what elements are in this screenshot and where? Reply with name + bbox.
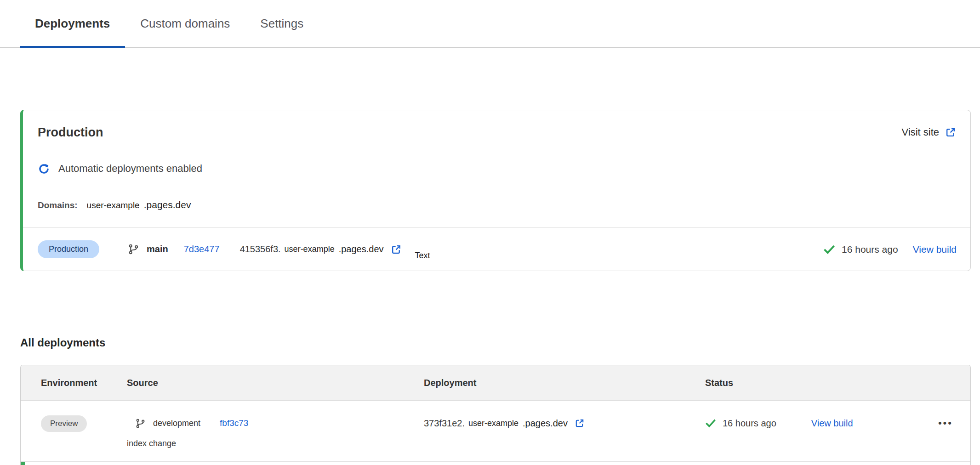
view-build-link[interactable]: View build [913,244,957,255]
git-branch-icon [135,418,146,429]
commit-message: index change [127,437,424,449]
column-status: Status [705,378,970,388]
success-check-icon [705,418,716,429]
open-deployment-icon[interactable] [574,418,585,429]
production-domain-suffix: .pages.dev [144,198,191,211]
production-domain-name: user-example [87,199,140,212]
domains-label: Domains: [38,199,78,212]
next-row-green-accent [21,462,25,465]
column-source: Source [127,378,424,388]
domains-row: Domains: user-example .pages.dev [38,198,957,212]
success-check-icon [823,244,835,255]
deployment-id: 415356f3. [240,244,281,255]
tab-deployments[interactable]: Deployments [20,12,125,47]
tab-custom-domains[interactable]: Custom domains [125,12,245,47]
deployment-time: 16 hours ago [842,244,898,255]
open-deployment-icon[interactable] [390,244,402,255]
deployment-domain-name: user-example [468,414,518,432]
refresh-icon [38,163,50,175]
text-annotation: Text [415,251,430,261]
branch-name: development [153,414,200,432]
more-options-menu[interactable]: ••• [938,414,953,432]
external-link-icon [945,126,957,138]
environment-badge-production: Production [38,240,99,258]
deployments-table: Environment Source Deployment Status Pre… [20,365,971,465]
deployment-id: 373f31e2. [424,414,465,432]
visit-site-link[interactable]: Visit site [901,123,957,142]
commit-link[interactable]: fbf3c73 [220,414,248,432]
deployment-time: 16 hours ago [723,414,776,432]
column-deployment: Deployment [424,378,705,388]
branch-name: main [147,244,168,255]
production-card: Production Visit site Automa [20,110,971,271]
auto-deployments-text: Automatic deployments enabled [58,162,202,176]
view-build-link[interactable]: View build [811,414,853,432]
deployment-domain-suffix: .pages.dev [339,244,384,255]
deployment-domain-name: user-example [285,244,335,254]
next-row-peek [21,462,970,465]
table-header: Environment Source Deployment Status [21,365,970,401]
auto-deployments-row: Automatic deployments enabled [38,162,957,176]
commit-link[interactable]: 7d3e477 [184,244,220,255]
table-row: Preview development fbf3c73 index change [21,401,970,462]
git-branch-icon [128,244,139,255]
column-environment: Environment [41,378,127,388]
visit-site-label: Visit site [901,123,939,142]
environment-badge-preview: Preview [41,415,87,432]
production-deployment-row: Production main 7d3e477 415356f3. user-e… [23,228,970,271]
all-deployments-title: All deployments [20,335,980,350]
production-title: Production [38,123,103,142]
tab-bar: Deployments Custom domains Settings [0,0,980,48]
tab-settings[interactable]: Settings [245,12,319,47]
deployment-domain-suffix: .pages.dev [523,414,568,432]
